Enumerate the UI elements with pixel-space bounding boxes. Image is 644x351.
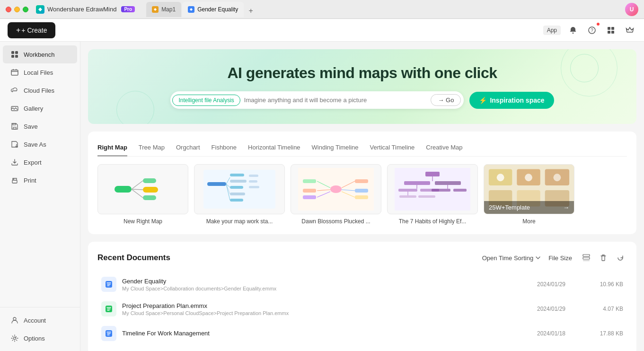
tab-tree-map[interactable]: Tree Map bbox=[139, 141, 165, 157]
local-files-label: Local Files bbox=[24, 69, 53, 76]
sidebar-item-export[interactable]: Export bbox=[3, 153, 77, 171]
svg-text:?: ? bbox=[591, 28, 593, 33]
svg-rect-6 bbox=[11, 51, 14, 54]
delete-button[interactable] bbox=[597, 251, 610, 264]
sidebar-item-account[interactable]: Account bbox=[3, 311, 77, 329]
workbench-label: Workbench bbox=[24, 51, 55, 58]
local-files-icon bbox=[10, 68, 19, 77]
tab-creative-map[interactable]: Creative Map bbox=[426, 141, 462, 157]
sidebar-item-save[interactable]: Save bbox=[3, 117, 77, 135]
print-icon bbox=[10, 176, 19, 184]
svg-rect-40 bbox=[355, 179, 368, 183]
svg-rect-45 bbox=[303, 195, 316, 199]
sort-label: Open Time Sorting bbox=[482, 254, 533, 262]
sidebar-item-workbench[interactable]: Workbench bbox=[3, 45, 77, 63]
tab-fishbone[interactable]: Fishbone bbox=[212, 141, 237, 157]
7-habits-label: The 7 Habits of Highly Ef... bbox=[399, 218, 467, 225]
template-card-make-map[interactable]: Make your map work sta... bbox=[194, 164, 285, 225]
doc-icon-gender-equality bbox=[101, 277, 116, 292]
tab-vertical-timeline[interactable]: Vertical Timeline bbox=[370, 141, 415, 157]
doc-row-gender-equality[interactable]: Gender Equality My Cloud Space>Collabora… bbox=[97, 272, 627, 297]
svg-rect-2 bbox=[608, 27, 610, 30]
template-card-new-right-map[interactable]: New Right Map bbox=[97, 164, 188, 225]
sidebar-item-local-files[interactable]: Local Files bbox=[3, 63, 77, 81]
close-button[interactable] bbox=[6, 7, 11, 12]
sidebar-item-print[interactable]: Print bbox=[3, 171, 77, 189]
save-as-icon bbox=[10, 140, 19, 149]
tab-horizontal-timeline[interactable]: Horizontal Timeline bbox=[248, 141, 300, 157]
more-thumb: 25W+Template → bbox=[484, 164, 574, 214]
svg-rect-27 bbox=[249, 175, 258, 177]
svg-rect-14 bbox=[12, 180, 17, 183]
make-map-label: Make your map work sta... bbox=[206, 218, 273, 225]
inspiration-button[interactable]: ⚡ Inspiration space bbox=[469, 92, 554, 109]
doc-info-timeline: Timeline For Work Management bbox=[122, 330, 517, 338]
save-label: Save bbox=[24, 123, 38, 130]
tab-orgchart[interactable]: Orgchart bbox=[176, 141, 200, 157]
doc-row-project-prep[interactable]: Project Preparation Plan.emmx My Cloud S… bbox=[97, 297, 627, 321]
doc-row-timeline[interactable]: Timeline For Work Management 2024/01/18 … bbox=[97, 321, 627, 346]
cloud-files-label: Cloud Files bbox=[24, 87, 54, 94]
sidebar-item-save-as[interactable]: Save As bbox=[3, 135, 77, 153]
sidebar-item-options[interactable]: Options bbox=[3, 329, 77, 347]
crown-icon[interactable] bbox=[623, 24, 636, 37]
hero-title: AI generates mind maps with one click bbox=[107, 64, 618, 82]
help-icon[interactable]: ? bbox=[585, 24, 599, 37]
minimize-button[interactable] bbox=[14, 7, 20, 12]
pro-badge: Pro bbox=[121, 6, 135, 12]
top-toolbar: + + Create App ? bbox=[0, 19, 644, 42]
tab-gender-equality[interactable]: Gender Equality bbox=[182, 2, 244, 17]
svg-rect-53 bbox=[398, 189, 417, 192]
sidebar-spacer bbox=[0, 189, 80, 307]
create-button[interactable]: + + Create bbox=[8, 22, 55, 38]
svg-rect-5 bbox=[611, 31, 614, 34]
sidebar: Workbench Local Files bbox=[0, 42, 80, 351]
grid-icon[interactable] bbox=[604, 24, 618, 37]
svg-rect-59 bbox=[418, 195, 435, 198]
bell-icon[interactable] bbox=[566, 24, 580, 37]
deco-circle-3 bbox=[116, 91, 154, 124]
tab-map1[interactable]: Map1 bbox=[146, 2, 181, 17]
doc-info-project-prep: Project Preparation Plan.emmx My Cloud S… bbox=[122, 302, 517, 316]
svg-rect-20 bbox=[143, 187, 158, 193]
analysis-badge[interactable]: Intelligent file Analysis bbox=[172, 95, 240, 106]
svg-rect-30 bbox=[230, 193, 245, 195]
options-label: Options bbox=[24, 335, 45, 342]
dawn-blossoms-thumb bbox=[291, 164, 381, 214]
sidebar-item-cloud-files[interactable]: Cloud Files bbox=[3, 81, 77, 99]
refresh-button[interactable] bbox=[614, 251, 627, 264]
user-avatar[interactable]: U bbox=[625, 3, 638, 16]
export-label: Export bbox=[24, 159, 42, 166]
doc-name-project-prep: Project Preparation Plan.emmx bbox=[122, 302, 517, 309]
sidebar-bottom: Account Options bbox=[0, 307, 80, 347]
recent-title: Recent Documents bbox=[97, 253, 170, 263]
template-card-7-habits[interactable]: The 7 Habits of Highly Ef... bbox=[387, 164, 478, 225]
main-layout: Workbench Local Files bbox=[0, 42, 644, 351]
gallery-icon bbox=[10, 104, 19, 113]
maximize-button[interactable] bbox=[23, 7, 28, 12]
template-card-dawn-blossoms[interactable]: Dawn Blossoms Plucked ... bbox=[291, 164, 381, 225]
tab-winding-timeline[interactable]: Winding Timeline bbox=[312, 141, 359, 157]
svg-rect-49 bbox=[404, 181, 430, 185]
tab-bar: Map1 Gender Equality + bbox=[146, 2, 257, 17]
list-view-button[interactable] bbox=[580, 251, 593, 264]
svg-rect-10 bbox=[11, 70, 18, 75]
template-card-more[interactable]: 25W+Template → More bbox=[484, 164, 574, 225]
app-badge[interactable]: App bbox=[543, 26, 561, 35]
svg-rect-28 bbox=[249, 180, 257, 183]
svg-rect-43 bbox=[303, 179, 316, 183]
svg-rect-25 bbox=[230, 180, 247, 183]
sort-dropdown[interactable]: Open Time Sorting bbox=[482, 254, 541, 262]
tab-gender-equality-icon bbox=[188, 6, 194, 13]
add-tab-button[interactable]: + bbox=[245, 5, 257, 17]
tab-right-map[interactable]: Right Map bbox=[97, 141, 127, 157]
dawn-blossoms-label: Dawn Blossoms Plucked ... bbox=[301, 218, 370, 225]
help-badge bbox=[597, 23, 600, 26]
export-icon bbox=[10, 158, 19, 167]
sidebar-item-gallery[interactable]: Gallery bbox=[3, 99, 77, 117]
app-name-area: Wondershare EdrawMind Pro bbox=[36, 5, 135, 14]
recent-header: Recent Documents Open Time Sorting File … bbox=[97, 251, 627, 264]
hero-search-input[interactable] bbox=[244, 97, 427, 104]
svg-rect-7 bbox=[15, 51, 18, 54]
go-button[interactable]: → Go bbox=[431, 94, 461, 106]
